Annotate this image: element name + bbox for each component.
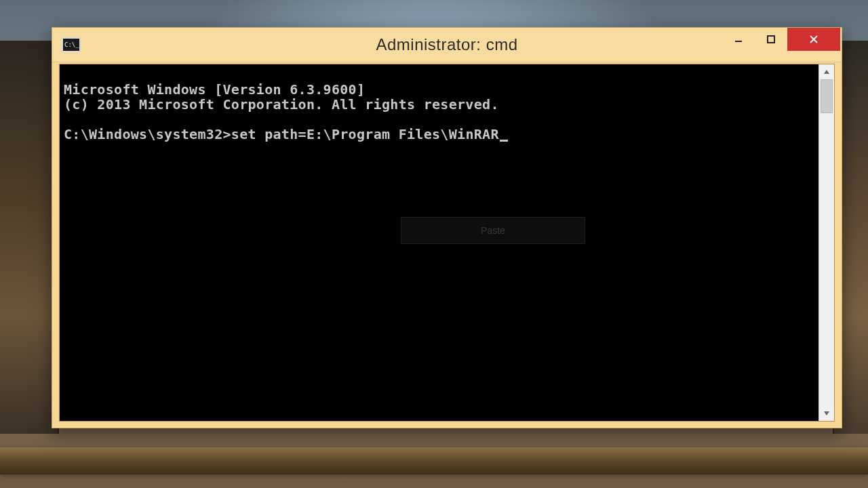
svg-rect-1 xyxy=(768,36,774,43)
desktop-background: Administrator: cmd Microsoft Windows [Ve… xyxy=(0,0,868,488)
paste-menu-label: Paste xyxy=(481,225,505,236)
cmd-icon xyxy=(62,37,81,52)
scroll-up-button[interactable] xyxy=(819,64,834,79)
paste-menu-item[interactable]: Paste xyxy=(401,217,585,244)
maximize-icon xyxy=(766,35,776,44)
scroll-down-button[interactable] xyxy=(819,406,834,421)
console-line-copyright: (c) 2013 Microsoft Corporation. All righ… xyxy=(64,96,499,113)
vertical-scrollbar[interactable] xyxy=(818,64,834,421)
scrollbar-track[interactable] xyxy=(819,79,834,406)
chevron-up-icon xyxy=(823,69,830,75)
maximize-button[interactable] xyxy=(755,28,787,51)
minimize-icon xyxy=(734,35,743,44)
console-line-version: Microsoft Windows [Version 6.3.9600] xyxy=(64,81,365,98)
titlebar[interactable]: Administrator: cmd xyxy=(52,28,842,62)
console-prompt: C:\Windows\system32> xyxy=(64,126,231,142)
console-output: Microsoft Windows [Version 6.3.9600] (c)… xyxy=(64,82,814,142)
wallpaper-decor-bar xyxy=(0,447,868,474)
close-button[interactable] xyxy=(787,28,840,51)
window-controls xyxy=(722,28,840,51)
client-wrap: Microsoft Windows [Version 6.3.9600] (c)… xyxy=(58,62,836,423)
client-inner: Microsoft Windows [Version 6.3.9600] (c)… xyxy=(59,64,835,422)
svg-marker-4 xyxy=(824,70,829,74)
wallpaper-decor-left xyxy=(0,41,59,434)
scrollbar-thumb[interactable] xyxy=(821,79,833,113)
console-area[interactable]: Microsoft Windows [Version 6.3.9600] (c)… xyxy=(60,64,818,421)
minimize-button[interactable] xyxy=(722,28,755,51)
cmd-window: Administrator: cmd Microsoft Windows [Ve… xyxy=(52,27,842,428)
text-cursor xyxy=(500,140,508,142)
chevron-down-icon xyxy=(823,411,830,416)
console-typed-command: set path=E:\Program Files\WinRAR xyxy=(231,126,499,142)
close-icon xyxy=(808,34,819,45)
window-title: Administrator: cmd xyxy=(376,35,517,54)
svg-marker-5 xyxy=(824,411,829,415)
